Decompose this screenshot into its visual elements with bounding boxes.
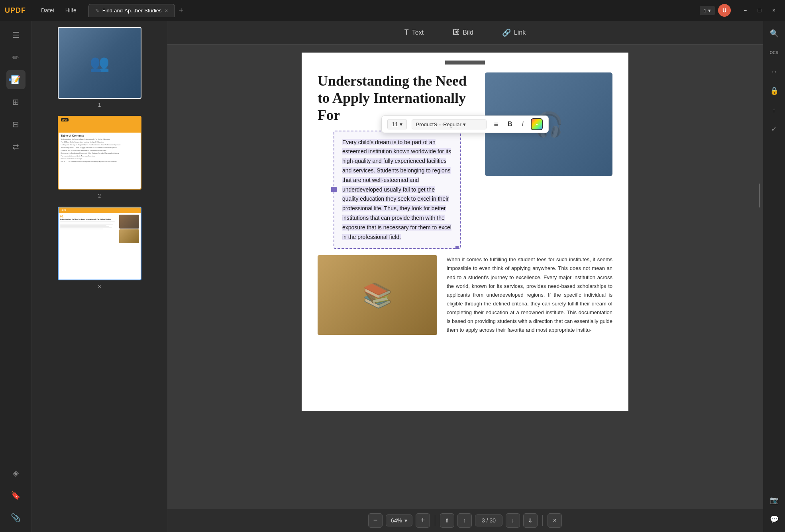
sidebar-icon-attachment[interactable]: 📎	[6, 508, 26, 527]
link-tool-label: Link	[514, 29, 526, 36]
font-size-value: 11	[392, 121, 398, 127]
nav-bottom-button[interactable]: ⇓	[523, 513, 538, 528]
sidebar-icon-annotate[interactable]: 📝	[6, 70, 26, 89]
zoom-in-button[interactable]: +	[416, 513, 430, 528]
toc-item-7: Famous Institutions in North American Co…	[61, 155, 138, 157]
zoom-out-button[interactable]: −	[368, 513, 383, 528]
app-logo: UPDF	[5, 6, 26, 15]
thumbnail-1-body: Understanding the Need to Apply Internat…	[59, 98, 141, 99]
total-pages: 30	[489, 517, 496, 524]
person-reading-icon: 📚	[363, 281, 392, 309]
attachment-icon: 📎	[11, 513, 21, 522]
sidebar-icon-convert[interactable]: ⇄	[6, 137, 26, 156]
italic-button[interactable]: I	[520, 119, 526, 129]
right-camera-icon[interactable]: 📷	[766, 492, 782, 508]
minimize-button[interactable]: −	[739, 5, 752, 16]
selection-handle-left	[331, 187, 337, 192]
page-top-bar	[445, 61, 485, 65]
thumbnail-1-image	[59, 28, 141, 98]
color-picker-button[interactable]: ▾	[531, 118, 543, 130]
close-toolbar-button[interactable]: ×	[548, 513, 562, 528]
user-avatar[interactable]: U	[718, 4, 731, 17]
toc-item-5: Practical Tips to Help You in Applying f…	[61, 149, 138, 151]
new-tab-button[interactable]: +	[175, 4, 188, 17]
right-sidebar: 🔍 OCR ↔ 🔒 ↑ ✓ 📷 💬	[763, 21, 785, 532]
tab-close-button[interactable]: ×	[165, 8, 168, 14]
active-tab[interactable]: ✎ Find-and-Ap...her-Studies ×	[88, 4, 175, 17]
page-sep: /	[487, 517, 488, 524]
page-header-section: Understanding the Need to Apply Internat…	[302, 65, 628, 249]
close-button[interactable]: ×	[767, 5, 780, 16]
page-lower-image: 📚	[318, 255, 437, 335]
thumbnail-item-2[interactable]: UPDF Table of Contents Understanding the…	[38, 116, 161, 199]
chat-icon: 💬	[770, 515, 779, 524]
document-icon: ☰	[12, 30, 20, 40]
sidebar-icon-layers[interactable]: ◈	[6, 464, 26, 483]
thumbnail-item-1[interactable]: Understanding the Need to Apply Internat…	[38, 27, 161, 108]
nav-prev-button[interactable]: ↑	[457, 513, 472, 528]
toc-text: UPDF — The Perfect Solution to Prepare S…	[61, 160, 117, 162]
selected-text: Every child's dream is to be part of an …	[342, 139, 451, 240]
sidebar-icon-organize[interactable]: ⊟	[6, 115, 26, 134]
right-search-icon[interactable]: 🔍	[766, 25, 782, 41]
toolbar-bild-item[interactable]: 🖼 Bild	[446, 26, 480, 39]
line	[60, 226, 109, 227]
zoom-level-display[interactable]: 64% ▾	[386, 514, 412, 526]
font-size-chevron: ▾	[400, 121, 402, 127]
toc-text: Practical Tips to Help You in Applying f…	[61, 149, 106, 151]
menu-hilfe[interactable]: Hilfe	[60, 5, 82, 16]
nav-top-button[interactable]: ⇑	[440, 513, 454, 528]
sidebar-icon-bookmark[interactable]: 🔖	[6, 486, 26, 505]
doc-page-area[interactable]: 11 ▾ ProductS···-Regular ▾ ≡ B I ▾	[167, 45, 763, 508]
thumb2-header	[59, 117, 141, 133]
toc-text: Scholarship Rules — How to Apply for The…	[61, 147, 117, 149]
toolbar-link-item[interactable]: 🔗 Link	[496, 26, 532, 39]
toc-item-2: The 10 Best Global Universities Leading …	[61, 141, 138, 143]
toc-text: Looking Into the Top 10 Subject Majors T…	[61, 144, 121, 146]
layers-icon: ◈	[13, 468, 19, 478]
sidebar-icon-document[interactable]: ☰	[6, 25, 26, 45]
right-share-icon[interactable]: ↑	[766, 102, 782, 118]
right-convert-icon[interactable]: ↔	[766, 64, 782, 80]
font-size-selector[interactable]: 11 ▾	[387, 119, 407, 129]
line	[60, 229, 104, 229]
toc-item-1: Understanding the Need to Apply Internat…	[61, 138, 138, 140]
sidebar-icon-pages[interactable]: ⊞	[6, 92, 26, 111]
align-button[interactable]: ≡	[491, 119, 500, 130]
thumb3-left: 01 Understanding the Need to Apply Inter…	[60, 215, 118, 278]
toc-text: The 10 Best Global Universities Leading …	[61, 141, 104, 143]
text-selection-area[interactable]: Every child's dream is to be part of an …	[334, 131, 461, 249]
font-name-selector[interactable]: ProductS···-Regular ▾	[412, 119, 487, 129]
right-lock-icon[interactable]: 🔒	[766, 83, 782, 99]
line	[60, 224, 113, 225]
tab-bar: ✎ Find-and-Ap...her-Studies × +	[88, 4, 700, 17]
toolbar-text-item[interactable]: T Text	[398, 26, 430, 39]
page-indicator[interactable]: 1 ▾	[700, 6, 715, 15]
doc-viewer: T Text 🖼 Bild 🔗 Link 11 ▾ Pr	[167, 21, 763, 532]
main-layout: ☰ ✏ 📝 ⊞ ⊟ ⇄ ◈ 🔖 📎	[0, 21, 785, 532]
right-check-icon[interactable]: ✓	[766, 121, 782, 137]
lock-icon: 🔒	[770, 86, 779, 95]
thumbnail-frame-3: UPDF 01 Understanding the Need to Apply …	[58, 207, 141, 280]
page-title-block: Understanding the Need to Apply Internat…	[318, 72, 477, 249]
window-controls: − □ ×	[739, 5, 780, 16]
thumb3-image-1	[119, 215, 139, 229]
bold-button[interactable]: B	[505, 119, 515, 129]
nav-next-button[interactable]: ↓	[506, 513, 520, 528]
edit-pencil-icon: ✏	[12, 53, 19, 62]
menu-datei[interactable]: Datei	[35, 5, 60, 16]
text-tool-label: Text	[412, 29, 424, 36]
toc-item-9: UPDF — The Perfect Solution to Prepare S…	[61, 160, 138, 162]
maximize-button[interactable]: □	[753, 5, 766, 16]
thumb3-image-2	[119, 229, 139, 243]
right-chat-icon[interactable]: 💬	[766, 511, 782, 527]
right-ocr-icon[interactable]: OCR	[766, 45, 782, 61]
thumb3-header: UPDF	[59, 207, 141, 213]
line	[60, 221, 115, 222]
thumbnail-item-3[interactable]: UPDF 01 Understanding the Need to Apply …	[38, 207, 161, 289]
sidebar-icon-edit[interactable]: ✏	[6, 48, 26, 67]
thumb3-num: 01	[60, 215, 118, 218]
doc-toolbar: T Text 🖼 Bild 🔗 Link	[167, 21, 763, 45]
title-bar-right: 1 ▾ U − □ ×	[700, 4, 780, 17]
organize-icon: ⊟	[12, 119, 19, 129]
